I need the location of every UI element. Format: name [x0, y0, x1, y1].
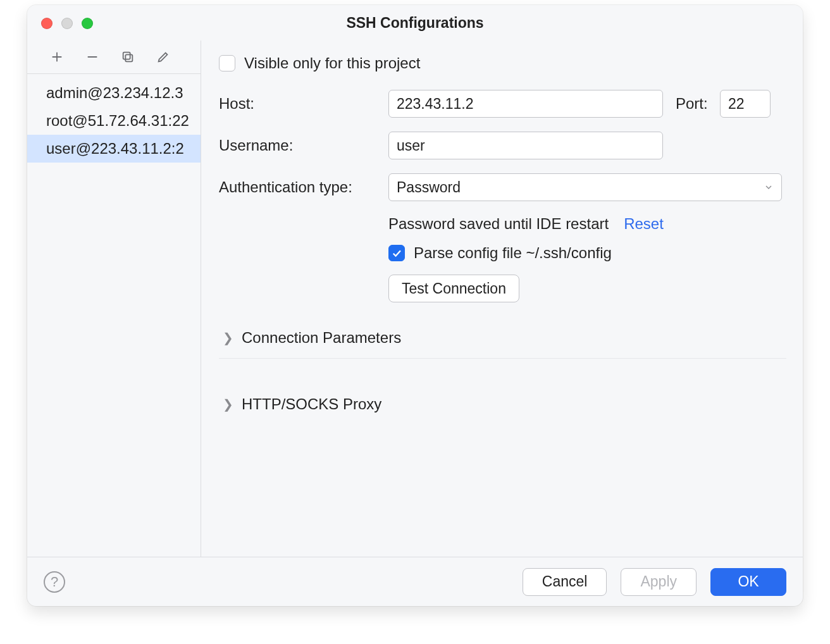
connection-parameters-section[interactable]: ❯ Connection Parameters — [219, 318, 786, 359]
dialog-title: SSH Configurations — [27, 15, 803, 32]
edit-icon[interactable] — [155, 49, 171, 65]
test-connection-row: Test Connection — [388, 275, 786, 302]
svg-rect-3 — [125, 54, 132, 61]
proxy-section[interactable]: ❯ HTTP/SOCKS Proxy — [219, 384, 786, 424]
username-input[interactable] — [388, 132, 663, 159]
password-status-row: Password saved until IDE restart Reset — [388, 215, 786, 233]
parse-config-row: Parse config file ~/.ssh/config — [388, 244, 786, 262]
dialog-window: SSH Configurations admin@23.234.12.3 — [27, 5, 803, 606]
auth-type-label: Authentication type: — [219, 178, 388, 196]
remove-icon[interactable] — [84, 49, 101, 65]
visible-only-checkbox[interactable] — [219, 55, 235, 71]
username-label: Username: — [219, 137, 388, 154]
host-input[interactable] — [388, 90, 663, 118]
section-title: HTTP/SOCKS Proxy — [242, 395, 381, 413]
form-panel: Visible only for this project Host: Port… — [201, 40, 803, 557]
footer-buttons: Cancel Apply OK — [523, 568, 786, 596]
auth-type-value: Password — [397, 179, 461, 196]
auth-type-select[interactable]: Password — [388, 173, 782, 201]
collapsible-sections: ❯ Connection Parameters ❯ HTTP/SOCKS Pro… — [219, 318, 786, 424]
port-input[interactable] — [720, 90, 771, 118]
dialog-footer: ? Cancel Apply OK — [27, 557, 803, 606]
visible-only-row: Visible only for this project — [219, 54, 786, 72]
parse-config-label: Parse config file ~/.ssh/config — [414, 244, 612, 262]
password-status-text: Password saved until IDE restart — [388, 215, 609, 233]
ok-label: OK — [738, 573, 759, 590]
dialog-body: admin@23.234.12.3 root@51.72.64.31:22 us… — [27, 40, 803, 557]
config-list-item[interactable]: admin@23.234.12.3 — [27, 79, 201, 107]
apply-button[interactable]: Apply — [621, 568, 697, 596]
config-list-item[interactable]: root@51.72.64.31:22 — [27, 107, 201, 135]
sidebar-toolbar — [27, 40, 201, 74]
add-icon[interactable] — [49, 49, 65, 65]
config-list: admin@23.234.12.3 root@51.72.64.31:22 us… — [27, 74, 201, 163]
apply-label: Apply — [640, 573, 677, 590]
chevron-right-icon: ❯ — [223, 330, 234, 345]
config-list-item[interactable]: user@223.43.11.2:2 — [27, 135, 201, 163]
copy-icon[interactable] — [120, 49, 136, 65]
host-row: Host: Port: — [219, 90, 786, 118]
cancel-label: Cancel — [542, 573, 588, 590]
window-controls — [41, 18, 93, 29]
auth-row: Authentication type: Password — [219, 173, 786, 201]
zoom-window-button[interactable] — [82, 18, 93, 29]
svg-rect-4 — [123, 53, 130, 59]
help-icon[interactable]: ? — [44, 571, 65, 593]
minimize-window-button[interactable] — [61, 18, 73, 29]
section-title: Connection Parameters — [242, 329, 401, 347]
test-connection-label: Test Connection — [402, 280, 506, 297]
username-row: Username: — [219, 132, 786, 159]
visible-only-label: Visible only for this project — [244, 54, 420, 72]
port-label: Port: — [676, 95, 720, 113]
ok-button[interactable]: OK — [710, 568, 786, 596]
cancel-button[interactable]: Cancel — [523, 568, 607, 596]
sidebar: admin@23.234.12.3 root@51.72.64.31:22 us… — [27, 40, 201, 557]
parse-config-checkbox[interactable] — [388, 245, 405, 261]
close-window-button[interactable] — [41, 18, 53, 29]
test-connection-button[interactable]: Test Connection — [388, 275, 519, 302]
chevron-right-icon: ❯ — [223, 397, 234, 412]
host-label: Host: — [219, 95, 388, 113]
chevron-down-icon — [764, 179, 774, 196]
titlebar: SSH Configurations — [27, 5, 803, 40]
reset-link[interactable]: Reset — [624, 215, 664, 233]
